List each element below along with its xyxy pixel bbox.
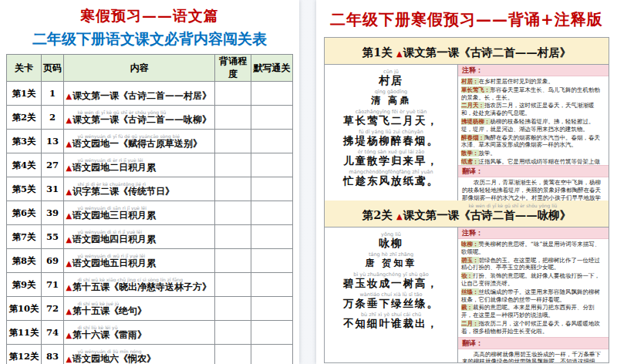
poem-line: fú dī yáng liǔ zuì chūnyān 拂堤杨柳醉春烟。 xyxy=(325,129,457,147)
section-level-1: 第1关 ▲课文第一课《古诗二首——村居》 cūn jū 村居 qīng gāod… xyxy=(325,38,609,201)
triangle-icon: ▲ xyxy=(396,212,403,221)
right-page: 二年级下册寒假预习——背诵+注释版 第1关 ▲课文第一课《古诗二首——村居》 c… xyxy=(316,0,617,364)
triangle-icon: ▲ xyxy=(66,187,72,196)
poem: yǒng liǔ 咏柳 táng hè zhī zhāng 唐 贺知章 bì xyxy=(325,228,457,362)
notes-label: 注释： xyxy=(458,228,609,239)
dictation-pass-cell xyxy=(251,130,292,153)
note-term: 醉春烟： xyxy=(461,134,484,141)
note-term: 丝绦： xyxy=(461,288,479,295)
section-lesson-title: 课文第一课《古诗二首——咏柳》 xyxy=(403,208,571,221)
note-item: 拂堤杨柳：杨柳的枝条轻拂着堤岸。拂，轻轻擦过。堤，堤岸，就是河边、湖边等用来挡水… xyxy=(461,118,605,133)
recite-degree-cell xyxy=(215,225,251,249)
note-term: 二月： xyxy=(461,320,479,327)
poem: cūn jū 村居 qīng gāodǐng 清 高鼎 cǎozhǎngyīng… xyxy=(325,65,457,201)
lesson-title: 课文第一课《古诗二首——咏柳》 xyxy=(72,114,211,125)
poem-line-text: 拂堤杨柳醉春烟。 xyxy=(325,135,457,147)
table-row: 第3关 13 yǔ wényuán dì yī fù dé gǔ yuáncǎo… xyxy=(7,130,293,153)
translation-text: 高高的柳树就像用碧玉妆扮成的一样，千万条垂下来的柳枝就像绿色的丝带随风飘舞呢。不… xyxy=(458,349,609,362)
section-header-pinyin xyxy=(325,40,609,46)
poem-author: 清 高鼎 xyxy=(325,95,457,106)
lesson-title: 第十五课《晓出净慈寺送林子方》 xyxy=(72,281,211,292)
table-row: 第12关 83 yǔ wényuán dì liù mǐn nóng ▲语文园地… xyxy=(7,345,293,364)
note-item: 二月：指农历二月，这个时候正是春天，春风暖暖地吹着，很多植物都开始生长变化啦。 xyxy=(461,320,605,335)
recite-degree-cell xyxy=(215,321,251,345)
triangle-icon: ▲ xyxy=(66,283,72,292)
poem-line-text: 碧玉妆成一树高， xyxy=(325,278,457,289)
content-cell: yǔ wényuán dì sān rì jī yuè lěi ▲语文园地三日积… xyxy=(64,201,215,225)
content-cell: dì shí liù kè léi yǔ ▲第十六课《雷雨》 xyxy=(64,321,215,345)
page-number-cell: 1 xyxy=(41,82,64,106)
dictation-pass-cell xyxy=(251,225,292,249)
note-item: 散学：放学。 xyxy=(461,150,605,157)
table-row: 第1关 1 ▲课文第一课《古诗二首——村居》 xyxy=(7,82,293,106)
header-recite-degree: 背诵程度 xyxy=(215,55,251,82)
poem-line-text: 忙趁东风放纸鸢。 xyxy=(325,175,457,187)
level-cell: 第12关 xyxy=(7,345,42,364)
recite-degree-cell xyxy=(215,201,251,225)
level-cell: 第11关 xyxy=(7,321,42,345)
page-number-cell: 74 xyxy=(41,321,64,345)
page-number-cell: 71 xyxy=(41,273,64,297)
notes-label: 注释： xyxy=(458,65,609,76)
triangle-icon: ▲ xyxy=(66,163,72,172)
level-cell: 第2关 xyxy=(7,106,42,130)
note-term: 拂堤杨柳： xyxy=(461,118,491,125)
page-number-cell: 72 xyxy=(41,297,64,321)
poem-line: wàntiáo chuí xià lǜ sī tāo 万条垂下绿丝绦。 xyxy=(325,292,457,309)
content-cell: dì shí wǔ kè jué jù ▲第十五课《绝句》 xyxy=(64,297,215,321)
level-cell: 第10关 xyxy=(7,297,42,321)
note-text: 在乡村里居住时见到的景象。 xyxy=(479,78,555,85)
left-page: 寒假预习——语文篇 二年级下册语文课文必背内容闯关表 关卡 页码 内容 背诵程度… xyxy=(0,0,299,364)
page-number-cell: 83 xyxy=(41,345,64,364)
section-level-label: 第2关 xyxy=(362,208,393,221)
recite-degree-cell xyxy=(215,249,251,273)
content-cell: yǔ wényuán dì wǔ rì jī yuè lěi ▲语文园地五日积月… xyxy=(64,249,215,273)
note-item: 丝绦：丝线编成的带子。这里用来形容随风飘舞的柳树枝条，它们就像绿色的丝带一样好看… xyxy=(461,288,605,304)
triangle-icon: ▲ xyxy=(66,331,72,339)
dictation-pass-cell xyxy=(251,297,292,321)
page-number-cell: 69 xyxy=(41,249,64,273)
content-cell: yǔ wényuán dì liù mǐn nóng ▲语文园地六《悯农》 xyxy=(64,345,215,364)
recite-degree-cell xyxy=(215,106,251,130)
poem-author: 唐 贺知章 xyxy=(325,258,457,269)
note-text: 打扮、装饰的意思呢。就好像人要梳妆打扮一下，让自己变得漂亮呀。 xyxy=(461,272,600,287)
poem-line: mángchèndōngfēngfàng zhǐ yuān 忙趁东风放纸鸢。 xyxy=(325,169,457,187)
triangle-icon: ▲ xyxy=(66,259,72,268)
note-text: 碧绿色的玉。在这里呢，把柳树比作了一位经过精心打扮的、亭亭玉立的美丽少女呢。 xyxy=(461,257,600,271)
note-item: 纸鸢：泛指风筝。它是用纸或绢等糊在竹篾等骨架上做成的，凭借着风力在空中飞起来，可… xyxy=(461,158,605,165)
poem-line-text: 不知细叶谁裁出， xyxy=(325,318,457,329)
dictation-pass-cell xyxy=(251,177,292,201)
triangle-icon: ▲ xyxy=(66,116,72,124)
note-item: 村居：在乡村里居住时见到的景象。 xyxy=(461,78,605,86)
note-term: 纸鸢： xyxy=(461,158,479,165)
dictation-pass-cell xyxy=(251,321,292,345)
header-dictation-pass: 默写通关 xyxy=(251,55,292,82)
dictation-pass-cell xyxy=(251,82,292,106)
dictation-pass-cell xyxy=(251,201,292,225)
lesson-title: 第十六课《雷雨》 xyxy=(72,329,147,340)
lesson-title: 语文园地六《悯农》 xyxy=(72,353,156,364)
table-row: 第10关 72 dì shí wǔ kè jué jù ▲第十五课《绝句》 xyxy=(7,297,293,321)
content-cell: ▲课文第一课《古诗二首——村居》 xyxy=(64,82,215,106)
note-item: 醉春烟：陶醉在春天的烟雾般的水汽当中。春烟，春天水泽、草木间蒸发形成的像烟雾一样… xyxy=(461,134,605,150)
left-page-title: 寒假预习——语文篇 xyxy=(0,6,299,26)
note-item: 草长莺飞：形容春天里草木生长、鸟儿飞舞的生机勃勃的景象。长，生长。 xyxy=(461,86,605,102)
header-level: 关卡 xyxy=(7,55,42,82)
recite-degree-cell xyxy=(215,297,251,321)
document-canvas: 寒假预习——语文篇 二年级下册语文课文必背内容闯关表 关卡 页码 内容 背诵程度… xyxy=(0,0,617,364)
page-number-cell: 27 xyxy=(41,153,64,177)
lesson-title: 语文园地一《赋得古原草送别》 xyxy=(72,138,202,149)
lesson-title: 第十五课《绝句》 xyxy=(72,305,147,316)
note-text: 泛指风筝。它是用纸或绢等糊在竹篾等骨架上做成的，凭借着风力在空中飞起来，可好玩呢… xyxy=(461,158,600,165)
sections-container: 第1关 ▲课文第一课《古诗二首——村居》 cūn jū 村居 qīng gāod… xyxy=(324,37,609,363)
poem-line-text: 草长莺飞二月天， xyxy=(325,115,457,126)
page-number-cell: 13 xyxy=(41,130,64,153)
content-cell: dì shí wǔ kè xiǎo chū jìng cí sì sòng lí… xyxy=(64,273,215,297)
note-text: 裁剪的意思呢。本来是用剪刀把东西剪开、分割开，在这里是一种很巧妙的说法哦。 xyxy=(461,304,595,318)
annotations-column: 注释： 村居：在乡村里居住时见到的景象。 草长莺飞：形容春天里草木生长、鸟儿飞舞… xyxy=(457,65,609,201)
content-cell: yǔ wényuán dì sì rì jī yuè lěi ▲语文园地四日积月… xyxy=(64,225,215,249)
checklist-table: 关卡 页码 内容 背诵程度 默写通关 第1关 1 ▲课文第一课《古诗二首——村居… xyxy=(6,54,293,364)
level-cell: 第6关 xyxy=(7,201,42,225)
section-level-label: 第1关 xyxy=(362,46,393,59)
annotations-column: 注释： 咏柳：赞美柳树的意思呀。“咏”就是用诗词等来描写、歌颂呢。 碧玉：碧绿色… xyxy=(457,228,609,362)
